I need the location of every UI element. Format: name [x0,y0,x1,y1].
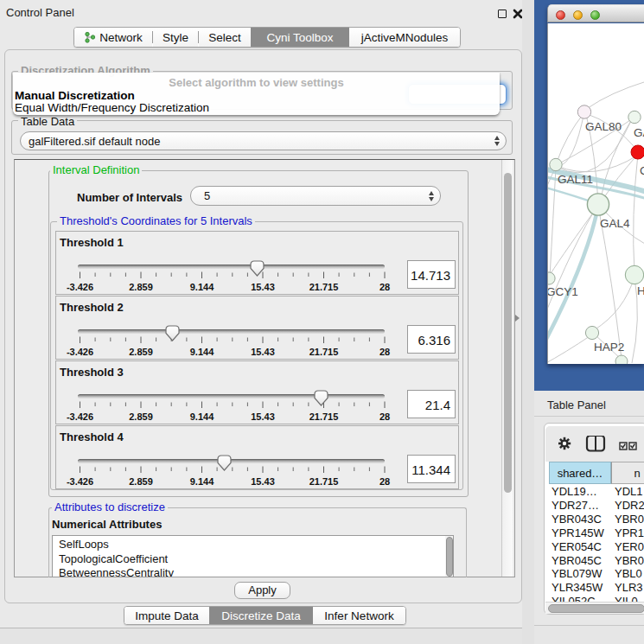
svg-text:GAL4: GAL4 [600,217,630,230]
svg-text:HAP2: HAP2 [594,341,624,354]
svg-text:GA: GA [634,126,644,139]
svg-text:GAL80: GAL80 [585,120,622,133]
svg-text:GCY1: GCY1 [548,285,578,298]
svg-text:H: H [637,284,644,297]
svg-text:G: G [640,164,644,177]
svg-text:GAL11: GAL11 [558,173,593,186]
